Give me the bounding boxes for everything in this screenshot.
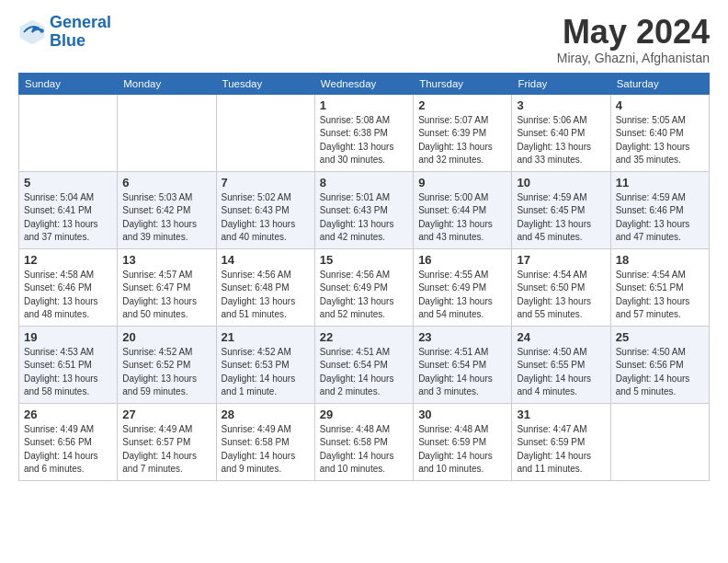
day-info: Sunrise: 5:02 AM Sunset: 6:43 PM Dayligh… xyxy=(222,191,310,245)
day-number: 15 xyxy=(320,253,408,267)
day-info: Sunrise: 4:58 AM Sunset: 6:46 PM Dayligh… xyxy=(24,269,112,322)
day-info: Sunrise: 5:05 AM Sunset: 6:40 PM Dayligh… xyxy=(616,114,704,167)
calendar-cell: 17Sunrise: 4:54 AM Sunset: 6:50 PM Dayli… xyxy=(512,248,610,326)
calendar-cell: 30Sunrise: 4:48 AM Sunset: 6:59 PM Dayli… xyxy=(414,403,512,480)
calendar-cell: 1Sunrise: 5:08 AM Sunset: 6:38 PM Daylig… xyxy=(314,94,413,171)
calendar-cell xyxy=(216,94,314,171)
day-number: 3 xyxy=(517,98,605,112)
calendar-cell: 18Sunrise: 4:54 AM Sunset: 6:51 PM Dayli… xyxy=(610,248,709,326)
calendar-cell: 29Sunrise: 4:48 AM Sunset: 6:58 PM Dayli… xyxy=(314,403,413,480)
page: General Blue May 2024 Miray, Ghazni, Afg… xyxy=(0,0,728,490)
day-info: Sunrise: 4:50 AM Sunset: 6:55 PM Dayligh… xyxy=(517,346,605,399)
title-block: May 2024 Miray, Ghazni, Afghanistan xyxy=(557,14,710,65)
day-info: Sunrise: 4:47 AM Sunset: 6:59 PM Dayligh… xyxy=(517,423,605,477)
day-info: Sunrise: 5:01 AM Sunset: 6:43 PM Dayligh… xyxy=(320,191,408,245)
day-info: Sunrise: 4:52 AM Sunset: 6:53 PM Dayligh… xyxy=(222,346,310,399)
day-number: 14 xyxy=(222,253,310,267)
calendar-cell: 26Sunrise: 4:49 AM Sunset: 6:56 PM Dayli… xyxy=(19,403,118,480)
calendar-cell xyxy=(19,94,118,171)
calendar-week-4: 19Sunrise: 4:53 AM Sunset: 6:51 PM Dayli… xyxy=(19,326,710,403)
day-info: Sunrise: 5:07 AM Sunset: 6:39 PM Dayligh… xyxy=(418,114,506,167)
day-number: 9 xyxy=(418,176,506,190)
day-info: Sunrise: 4:48 AM Sunset: 6:59 PM Dayligh… xyxy=(418,423,506,477)
day-number: 26 xyxy=(24,408,112,421)
calendar-cell: 23Sunrise: 4:51 AM Sunset: 6:54 PM Dayli… xyxy=(414,326,512,403)
calendar-cell: 5Sunrise: 5:04 AM Sunset: 6:41 PM Daylig… xyxy=(19,171,118,248)
calendar-cell: 11Sunrise: 4:59 AM Sunset: 6:46 PM Dayli… xyxy=(610,171,709,248)
header: General Blue May 2024 Miray, Ghazni, Afg… xyxy=(18,14,710,65)
logo-line2: Blue xyxy=(50,31,85,50)
header-saturday: Saturday xyxy=(610,73,709,94)
day-number: 30 xyxy=(418,408,506,421)
location-subtitle: Miray, Ghazni, Afghanistan xyxy=(557,51,710,65)
day-number: 16 xyxy=(418,253,506,267)
day-number: 31 xyxy=(517,408,605,421)
day-number: 4 xyxy=(616,98,704,112)
day-number: 29 xyxy=(320,408,408,421)
calendar-table: Sunday Monday Tuesday Wednesday Thursday… xyxy=(18,73,710,481)
month-title: May 2024 xyxy=(557,14,710,51)
calendar-cell: 19Sunrise: 4:53 AM Sunset: 6:51 PM Dayli… xyxy=(19,326,118,403)
logo: General Blue xyxy=(18,14,111,51)
day-number: 18 xyxy=(616,253,704,267)
day-info: Sunrise: 5:08 AM Sunset: 6:38 PM Dayligh… xyxy=(320,114,408,167)
calendar-cell: 12Sunrise: 4:58 AM Sunset: 6:46 PM Dayli… xyxy=(19,248,118,326)
logo-icon xyxy=(18,18,46,46)
calendar-week-2: 5Sunrise: 5:04 AM Sunset: 6:41 PM Daylig… xyxy=(19,171,710,248)
calendar-week-5: 26Sunrise: 4:49 AM Sunset: 6:56 PM Dayli… xyxy=(19,403,710,480)
day-number: 17 xyxy=(517,253,605,267)
calendar-cell: 28Sunrise: 4:49 AM Sunset: 6:58 PM Dayli… xyxy=(216,403,314,480)
day-number: 23 xyxy=(418,330,506,344)
day-info: Sunrise: 4:51 AM Sunset: 6:54 PM Dayligh… xyxy=(320,346,408,399)
day-number: 19 xyxy=(24,330,112,344)
day-number: 11 xyxy=(616,176,704,190)
calendar-cell: 25Sunrise: 4:50 AM Sunset: 6:56 PM Dayli… xyxy=(610,326,709,403)
calendar-cell: 27Sunrise: 4:49 AM Sunset: 6:57 PM Dayli… xyxy=(118,403,216,480)
calendar-cell: 24Sunrise: 4:50 AM Sunset: 6:55 PM Dayli… xyxy=(512,326,610,403)
header-friday: Friday xyxy=(512,73,610,94)
calendar-cell: 16Sunrise: 4:55 AM Sunset: 6:49 PM Dayli… xyxy=(414,248,512,326)
calendar-cell: 8Sunrise: 5:01 AM Sunset: 6:43 PM Daylig… xyxy=(314,171,413,248)
day-info: Sunrise: 4:49 AM Sunset: 6:57 PM Dayligh… xyxy=(122,423,210,477)
day-info: Sunrise: 4:54 AM Sunset: 6:51 PM Dayligh… xyxy=(616,269,704,322)
logo-text: General Blue xyxy=(50,14,111,51)
day-number: 24 xyxy=(517,330,605,344)
calendar-cell xyxy=(118,94,216,171)
day-number: 27 xyxy=(122,408,210,421)
calendar-week-3: 12Sunrise: 4:58 AM Sunset: 6:46 PM Dayli… xyxy=(19,248,710,326)
day-info: Sunrise: 4:53 AM Sunset: 6:51 PM Dayligh… xyxy=(24,346,112,399)
header-wednesday: Wednesday xyxy=(314,73,413,94)
calendar-cell: 10Sunrise: 4:59 AM Sunset: 6:45 PM Dayli… xyxy=(512,171,610,248)
calendar-cell: 20Sunrise: 4:52 AM Sunset: 6:52 PM Dayli… xyxy=(118,326,216,403)
day-number: 5 xyxy=(24,176,112,190)
calendar-cell: 3Sunrise: 5:06 AM Sunset: 6:40 PM Daylig… xyxy=(512,94,610,171)
calendar-cell: 4Sunrise: 5:05 AM Sunset: 6:40 PM Daylig… xyxy=(610,94,709,171)
day-number: 28 xyxy=(222,408,310,421)
calendar-cell: 2Sunrise: 5:07 AM Sunset: 6:39 PM Daylig… xyxy=(414,94,512,171)
day-info: Sunrise: 5:06 AM Sunset: 6:40 PM Dayligh… xyxy=(517,114,605,167)
day-info: Sunrise: 4:49 AM Sunset: 6:58 PM Dayligh… xyxy=(222,423,310,477)
calendar-cell xyxy=(610,403,709,480)
calendar-cell: 6Sunrise: 5:03 AM Sunset: 6:42 PM Daylig… xyxy=(118,171,216,248)
calendar-cell: 14Sunrise: 4:56 AM Sunset: 6:48 PM Dayli… xyxy=(216,248,314,326)
day-info: Sunrise: 5:03 AM Sunset: 6:42 PM Dayligh… xyxy=(122,191,210,245)
day-info: Sunrise: 4:56 AM Sunset: 6:48 PM Dayligh… xyxy=(222,269,310,322)
header-monday: Monday xyxy=(118,73,216,94)
day-info: Sunrise: 5:04 AM Sunset: 6:41 PM Dayligh… xyxy=(24,191,112,245)
day-info: Sunrise: 4:59 AM Sunset: 6:45 PM Dayligh… xyxy=(517,191,605,245)
day-info: Sunrise: 5:00 AM Sunset: 6:44 PM Dayligh… xyxy=(418,191,506,245)
day-number: 12 xyxy=(24,253,112,267)
day-info: Sunrise: 4:51 AM Sunset: 6:54 PM Dayligh… xyxy=(418,346,506,399)
day-info: Sunrise: 4:57 AM Sunset: 6:47 PM Dayligh… xyxy=(122,269,210,322)
header-tuesday: Tuesday xyxy=(216,73,314,94)
header-thursday: Thursday xyxy=(414,73,512,94)
day-info: Sunrise: 4:49 AM Sunset: 6:56 PM Dayligh… xyxy=(24,423,112,477)
day-number: 10 xyxy=(517,176,605,190)
day-info: Sunrise: 4:59 AM Sunset: 6:46 PM Dayligh… xyxy=(616,191,704,245)
calendar-cell: 15Sunrise: 4:56 AM Sunset: 6:49 PM Dayli… xyxy=(314,248,413,326)
day-info: Sunrise: 4:50 AM Sunset: 6:56 PM Dayligh… xyxy=(616,346,704,399)
day-number: 1 xyxy=(320,98,408,112)
calendar-cell: 13Sunrise: 4:57 AM Sunset: 6:47 PM Dayli… xyxy=(118,248,216,326)
day-info: Sunrise: 4:55 AM Sunset: 6:49 PM Dayligh… xyxy=(418,269,506,322)
day-number: 22 xyxy=(320,330,408,344)
